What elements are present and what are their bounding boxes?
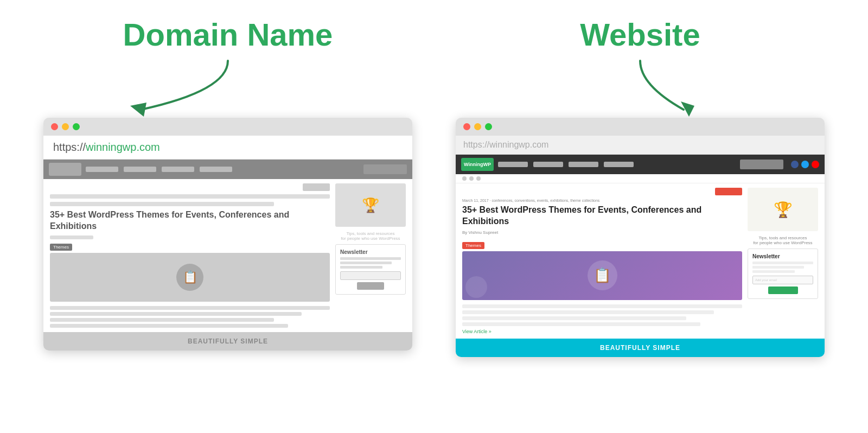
left-widget-icon: 🏆 [335,183,406,227]
right-minimize-dot [474,123,481,130]
left-site-meta2 [50,202,274,206]
right-input-placeholder: Add your email [755,278,777,282]
left-nav-items [86,167,232,172]
left-nav-cta [363,164,407,174]
left-nav-item-3 [162,167,194,172]
right-site-nav: WinningWP [456,155,825,174]
left-site-meta [50,194,330,199]
right-url-text: https://winningwp.com [463,140,548,149]
right-nl-line-3 [752,270,795,273]
right-newsletter-text [752,262,813,273]
left-newsletter-input [340,271,401,280]
right-site-byline: By Vishnu Supreet [462,230,742,235]
minimize-dot [62,123,69,130]
maximize-dot [73,123,80,130]
right-nav-items [498,162,634,167]
left-nl-line-3 [340,266,382,269]
left-url-bar: https://winningwp.com [43,136,412,160]
left-site-mockup: 35+ Best WordPress Themes for Events, Co… [43,160,412,351]
right-text-line-3 [462,316,686,320]
left-text-line-3 [50,318,274,322]
left-arrow-svg [43,58,412,118]
left-nav-item-4 [200,167,232,172]
right-content-block: Themes 📋 [462,239,742,300]
svg-marker-0 [130,103,146,117]
left-sidebar: 🏆 Tips, tools and resourcesfor people wh… [335,183,406,328]
right-sidebar: 🏆 Tips, tools and resourcesfor people wh… [748,188,818,334]
right-site-main: March 11, 2017 · conferences, convention… [462,188,742,334]
left-site-image: 📋 [50,253,330,302]
right-arrow-svg [456,58,825,118]
youtube-dot [812,161,819,168]
right-panel-title: Website [580,16,700,53]
right-inner-dots [462,176,481,181]
right-tag: Themes [462,242,484,249]
right-browser-titlebar [456,118,825,136]
right-panel: Website https://winningwp.com W [456,16,825,357]
left-banner-text: BEAUTIFULLY SIMPLE [51,338,405,345]
left-nav-item [86,167,118,172]
left-nl-line-1 [340,257,401,260]
right-newsletter-input: Add your email [752,276,813,284]
right-close-dot [463,123,470,130]
right-newsletter-btn [768,286,798,294]
left-browser-window: https://winningwp.com [43,118,412,351]
right-newsletter: Newsletter Add your email [748,249,818,299]
left-arrow-area [43,58,412,118]
right-search-btn [715,188,742,195]
left-site-body: 35+ Best WordPress Themes for Events, Co… [43,179,412,332]
right-text-line-4 [462,322,700,326]
right-site-logo: WinningWP [461,158,494,171]
left-search-btn [303,183,330,191]
right-text-lines [462,304,742,326]
right-widget-caption: Tips, tools and resourcesfor people who … [748,235,818,245]
right-widget-glyph: 🏆 [774,201,793,219]
right-nl-line-2 [752,266,804,269]
facebook-dot [791,161,799,168]
left-site-nav [43,160,412,179]
right-nav-item-3 [569,162,598,167]
right-banner-text: BEAUTIFULLY SIMPLE [463,344,817,352]
inner-dot-3 [476,176,481,181]
left-newsletter: Newsletter [335,244,406,295]
right-nav-item-4 [604,162,634,167]
left-nav-item-2 [124,167,156,172]
left-newsletter-btn [357,282,384,290]
inner-dot-2 [469,176,474,181]
right-view-article: View Article » [462,329,742,334]
close-dot [51,123,58,130]
right-text-line-2 [462,310,714,314]
left-panel-title: Domain Name [123,16,333,53]
left-url-text: https://winningwp.com [53,141,160,154]
right-site-body: March 11, 2017 · conferences, convention… [456,183,825,339]
right-site-headline: 35+ Best WordPress Themes for Events, Co… [462,205,742,227]
left-newsletter-title: Newsletter [340,249,401,255]
right-newsletter-title: Newsletter [752,253,813,259]
left-panel: Domain Name https://winningwp.com [43,16,412,351]
left-text-line-2 [50,312,302,316]
right-maximize-dot [485,123,492,130]
right-site-image: 📋 [462,251,742,300]
main-container: Domain Name https://winningwp.com [0,0,868,373]
right-text-line-1 [462,304,742,308]
right-nav-item-1 [498,162,528,167]
right-image-icon: 📋 [588,260,617,290]
twitter-dot [801,161,809,168]
left-site-byline [50,235,93,239]
left-tag: Themes [50,244,72,251]
right-nav-social [791,161,819,168]
left-widget-glyph: 🏆 [362,197,379,214]
left-text-line-1 [50,306,330,310]
right-nav-cta [740,160,783,169]
right-widget-icon: 🏆 [748,188,818,231]
right-site-meta: March 11, 2017 · conferences, convention… [462,199,742,202]
right-clipboard-icon: 📋 [593,267,611,284]
left-newsletter-text [340,257,401,269]
right-nav-item-2 [533,162,563,167]
left-url-domain: winningwp.com [86,141,160,153]
left-image-icon: 📋 [176,264,203,291]
right-wp-logo-bg [465,276,487,298]
right-arrow-area [456,58,825,118]
left-nl-line-2 [340,262,392,264]
right-search-row [462,188,742,195]
